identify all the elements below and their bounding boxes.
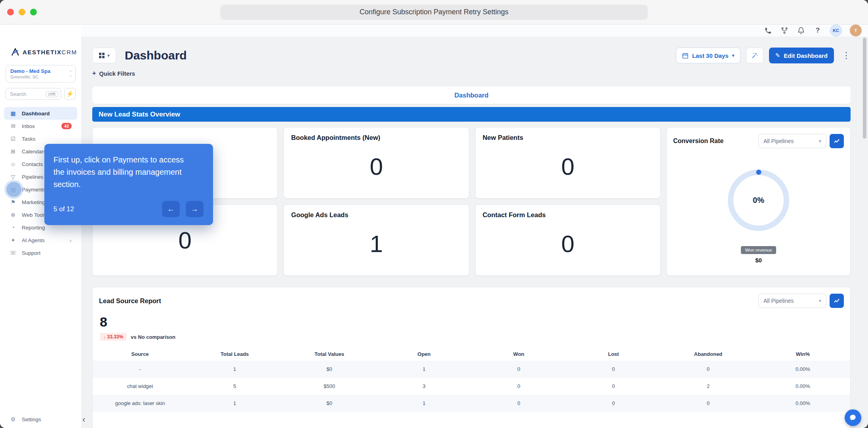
dashboard-content: ▾ Dashboard Last 30 Days ▾ xyxy=(81,36,868,428)
minimize-button[interactable] xyxy=(19,9,25,15)
chevron-right-icon: › xyxy=(70,237,72,244)
stat-card-title: Contact Form Leads xyxy=(483,211,653,219)
pipelines-filter-select[interactable]: All Pipelines ▾ xyxy=(758,134,826,148)
tour-step-label: 5 of 12 xyxy=(53,205,74,213)
arrow-left-icon: ← xyxy=(167,205,175,214)
column-header: Total Leads xyxy=(187,347,282,361)
page-header: ▾ Dashboard Last 30 Days ▾ xyxy=(92,47,851,64)
quick-filters-button[interactable]: + Quick Filters xyxy=(92,70,135,77)
table-row: -1$010000.00% xyxy=(93,361,850,378)
search-input-wrap[interactable]: ctrlK xyxy=(6,88,61,100)
plus-icon: + xyxy=(92,70,96,77)
arrow-down-icon: ↓ xyxy=(103,334,106,339)
table-cell: 2 xyxy=(661,378,756,395)
contacts-icon: ☺ xyxy=(10,161,17,167)
calendar-icon xyxy=(682,52,689,59)
donut-progress-dot xyxy=(756,170,761,175)
chat-widget-button[interactable] xyxy=(845,409,861,426)
dashboard-tabbar: Dashboard xyxy=(92,86,851,104)
bell-icon[interactable] xyxy=(797,26,805,35)
top-utility-bar: ? KC T xyxy=(81,25,868,36)
tour-back-button[interactable]: ← xyxy=(162,201,180,217)
brand-logo-icon xyxy=(11,48,19,56)
workflow-icon[interactable] xyxy=(780,26,789,35)
web-tools-icon: ⊛ xyxy=(10,212,17,218)
table-cell: $500 xyxy=(282,378,377,395)
table-header-row: SourceTotal LeadsTotal ValuesOpenWonLost… xyxy=(93,347,850,361)
tour-text: First up, click on Payments to access th… xyxy=(53,154,187,191)
support-icon: ☏ xyxy=(10,250,17,256)
app-window: Configure Subscription Payment Retry Set… xyxy=(0,0,868,428)
lead-source-title: Lead Source Report xyxy=(99,297,755,305)
stat-card-title: Booked Appointments (New) xyxy=(291,134,461,141)
table-cell: 5 xyxy=(187,378,282,395)
edit-dashboard-button[interactable]: ✎ Edit Dashboard xyxy=(769,48,834,63)
table-cell: 0 xyxy=(472,395,566,412)
lead-source-filter-select[interactable]: All Pipelines ▾ xyxy=(758,294,826,308)
traffic-lights xyxy=(7,9,37,15)
grid-icon xyxy=(99,52,105,59)
table-cell: 0.00% xyxy=(756,361,850,378)
stat-card-value: 0 xyxy=(483,141,653,192)
sidebar-item-support[interactable]: ☏ Support xyxy=(4,246,77,259)
tour-spotlight-circle xyxy=(6,182,21,197)
table-cell: $0 xyxy=(282,361,377,378)
help-icon[interactable]: ? xyxy=(813,26,822,35)
unread-count-badge: 42 xyxy=(61,123,72,129)
search-input[interactable] xyxy=(10,91,46,97)
chart-type-toggle-button[interactable] xyxy=(830,134,844,148)
arrow-right-icon: → xyxy=(191,205,198,214)
table-cell: google ads: laser skin xyxy=(93,395,187,412)
sidebar-collapse-button[interactable]: ‹ xyxy=(82,415,85,425)
table-cell: 0 xyxy=(566,395,661,412)
tour-next-button[interactable]: → xyxy=(186,201,204,217)
dashboard-switcher-button[interactable]: ▾ xyxy=(92,48,116,63)
chat-bubble-icon xyxy=(849,414,857,422)
gear-icon: ⚙ xyxy=(10,416,17,422)
calendars-icon: ⊞ xyxy=(10,148,17,155)
tab-dashboard[interactable]: Dashboard xyxy=(454,92,488,99)
stat-card: New Patients 0 xyxy=(475,127,661,199)
lead-source-report-card: Lead Source Report All Pipelines ▾ 8 xyxy=(92,287,851,428)
sidebar-item-tasks[interactable]: ☑ Tasks xyxy=(4,132,77,145)
secondary-avatar[interactable]: T xyxy=(850,25,862,36)
won-revenue-value: $0 xyxy=(755,257,762,264)
conversion-donut-chart: 0% xyxy=(728,170,789,231)
table-cell: 0.00% xyxy=(756,378,850,395)
ai-agents-icon: ✦ xyxy=(10,237,17,243)
user-avatar[interactable]: KC xyxy=(830,25,842,36)
chart-type-toggle-button[interactable] xyxy=(830,294,844,308)
magic-wand-button[interactable] xyxy=(746,48,763,63)
lead-source-filter-value: All Pipelines xyxy=(763,298,794,304)
chevron-down-icon: ▾ xyxy=(107,53,110,58)
sidebar-item-inbox[interactable]: ✉ Inbox 42 xyxy=(4,120,77,132)
sidebar-item-settings[interactable]: ⚙ Settings xyxy=(4,413,77,426)
column-header: Total Values xyxy=(282,347,377,361)
lightning-icon: ⚡ xyxy=(66,90,74,97)
marketing-icon: ⚑ xyxy=(10,199,17,205)
sidebar-item-dashboard[interactable]: ▦ Dashboard xyxy=(4,107,77,120)
kebab-menu-icon[interactable]: ⋮ xyxy=(842,51,851,60)
date-range-button[interactable]: Last 30 Days ▾ xyxy=(676,48,740,63)
quick-actions-button[interactable]: ⚡ xyxy=(64,88,76,100)
sidebar: AESTHETIXCRM Demo - Med Spa Greenville, … xyxy=(0,25,81,428)
tasks-icon: ☑ xyxy=(10,136,17,142)
table-cell: 0 xyxy=(472,361,566,378)
chart-icon xyxy=(834,138,840,144)
table-row: google ads: laser skin1$010000.00% xyxy=(93,395,850,412)
sidebar-item-ai-agents[interactable]: ✦ AI Agents › xyxy=(4,234,77,246)
pipelines-filter-value: All Pipelines xyxy=(763,138,794,144)
table-cell: - xyxy=(93,361,187,378)
quick-filters-label: Quick Filters xyxy=(99,70,135,77)
chevron-down-icon: ▾ xyxy=(732,53,735,58)
location-selector[interactable]: Demo - Med Spa Greenville, SC ⌃⌄ xyxy=(6,65,76,82)
phone-icon[interactable] xyxy=(763,26,772,35)
zoom-button[interactable] xyxy=(30,9,37,15)
stat-card-title: New Patients xyxy=(483,134,653,141)
table-cell: 0 xyxy=(472,378,566,395)
page-title: Dashboard xyxy=(125,49,187,62)
close-button[interactable] xyxy=(7,9,14,15)
stat-card-value: 0 xyxy=(483,219,653,269)
scrollbar-thumb[interactable] xyxy=(863,38,866,139)
table-cell: 1 xyxy=(377,395,471,412)
